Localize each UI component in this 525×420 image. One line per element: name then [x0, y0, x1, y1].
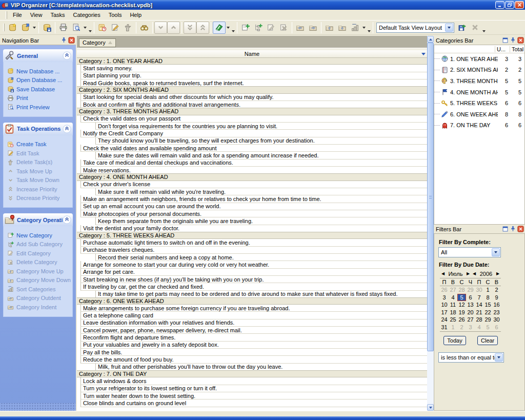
- category-outdent-button[interactable]: [294, 22, 307, 34]
- close-icon[interactable]: [517, 37, 524, 44]
- close-button[interactable]: [515, 1, 524, 9]
- menu-help[interactable]: Help: [126, 11, 146, 19]
- category-indent-button[interactable]: [307, 22, 319, 34]
- calendar-day[interactable]: 29: [466, 286, 475, 294]
- category-tree-item[interactable]: 3. THREE MONTHS AHEAD55: [434, 75, 524, 87]
- clear-button[interactable]: Clear: [477, 336, 498, 345]
- calendar-day[interactable]: 16: [492, 301, 501, 309]
- total-column-header[interactable]: Total: [510, 46, 524, 52]
- toolbar-overflow-icon[interactable]: [231, 22, 235, 33]
- toolbar-overflow-icon[interactable]: [367, 22, 371, 33]
- task-row[interactable]: Make photocopies of your personal docume…: [80, 210, 427, 217]
- print-preview-button[interactable]: [70, 22, 83, 34]
- calendar-day[interactable]: 2: [457, 324, 466, 331]
- calendar-day[interactable]: 13: [466, 301, 475, 309]
- calendar-day[interactable]: 4: [449, 294, 457, 302]
- task-row[interactable]: Purchase automatic light timers to switc…: [80, 239, 427, 246]
- subtask-row[interactable]: It may take time to get parts may need t…: [95, 291, 427, 298]
- nav-item-print[interactable]: Print: [7, 94, 71, 103]
- task-row[interactable]: Arrange for pet care.: [80, 269, 427, 276]
- task-row[interactable]: Turn your refrigerator to its lowest set…: [80, 385, 427, 392]
- calendar-day[interactable]: 30: [475, 286, 483, 294]
- task-row[interactable]: Cancel power, paper, phone, newspaper de…: [80, 327, 427, 334]
- grid-scrollbar[interactable]: [427, 36, 434, 411]
- edit-category-button[interactable]: [265, 22, 277, 34]
- category-tree-item[interactable]: 5. THREE WEEKS AHEAD66: [434, 97, 524, 109]
- chevron-down-icon[interactable]: [226, 22, 231, 33]
- category-row[interactable]: Category : 4. ONE MONTH AHEAD: [77, 173, 427, 181]
- calendar-day[interactable]: 2: [492, 286, 501, 294]
- pin-icon[interactable]: [60, 37, 67, 44]
- nav-section-header[interactable]: Task Operations: [3, 123, 73, 135]
- category-tree-item[interactable]: 1. ONE YEAR AHEAD33: [434, 53, 524, 65]
- unfinished-column-header[interactable]: U...: [495, 46, 510, 52]
- new-database-button[interactable]: [6, 22, 19, 34]
- task-row[interactable]: Get a telephone calling card: [80, 312, 427, 319]
- column-filter-icon[interactable]: [420, 51, 427, 57]
- toolbar-overflow-icon[interactable]: [88, 22, 92, 33]
- task-row[interactable]: Take care of medical and dental checkups…: [80, 159, 427, 167]
- scroll-down-icon[interactable]: [427, 404, 434, 411]
- calendar-day[interactable]: 14: [475, 301, 483, 309]
- calendar-day-selected[interactable]: 5: [457, 294, 466, 302]
- task-row[interactable]: Reduce the amount of food you buy.: [80, 356, 427, 363]
- nav-section-header[interactable]: Category Operati...: [3, 213, 73, 226]
- task-row[interactable]: Make an arrangement with neighbors, frie…: [80, 195, 427, 203]
- calendar-day[interactable]: 25: [449, 316, 457, 324]
- subtask-row[interactable]: They should know you'll be traveling, so…: [95, 137, 427, 145]
- task-row[interactable]: Leave destination information with your …: [80, 319, 427, 327]
- save-database-button[interactable]: [41, 22, 53, 34]
- next-month-icon[interactable]: ▶: [465, 271, 471, 276]
- category-row[interactable]: Category : 6. ONE WEEK AHEAD: [77, 297, 427, 305]
- category-tree-item[interactable]: 2. SIX MONTHS AHEAD22: [434, 65, 524, 76]
- find-task-button[interactable]: [138, 22, 151, 34]
- calendar-day[interactable]: 18: [449, 309, 457, 316]
- task-row[interactable]: Purchase travelers cheques.: [80, 247, 427, 254]
- calendar-day[interactable]: 23: [492, 309, 501, 316]
- calendar-day[interactable]: 9: [492, 294, 501, 302]
- delete-category-button[interactable]: [277, 22, 290, 34]
- new-category-button[interactable]: [239, 22, 252, 34]
- category-row[interactable]: Category : 5. THREE WEEKS AHEAD: [77, 232, 427, 239]
- calendar-day[interactable]: 6: [466, 294, 475, 302]
- category-move-down-button[interactable]: [336, 22, 349, 34]
- category-tree-item[interactable]: 7. ON THE DAY66: [434, 120, 524, 131]
- chevron-collapse-icon[interactable]: [63, 125, 71, 133]
- calendar-day[interactable]: 31: [440, 324, 449, 331]
- category-row[interactable]: Category : 1. ONE YEAR AHEAD: [77, 58, 427, 65]
- nav-item-create-task[interactable]: Create Task: [7, 140, 71, 149]
- calendar-day[interactable]: 3: [466, 324, 475, 331]
- calendar-day[interactable]: 26: [440, 286, 449, 294]
- scrollbar-track[interactable]: [427, 351, 434, 404]
- task-row[interactable]: Start saving money.: [80, 65, 427, 72]
- task-row[interactable]: Check the valid dates on your passport: [80, 115, 427, 123]
- filter-complete-select[interactable]: All: [438, 247, 501, 257]
- chevron-down-icon[interactable]: [361, 22, 367, 33]
- task-view-button[interactable]: [213, 22, 226, 34]
- calendar-day[interactable]: 20: [466, 309, 475, 316]
- prev-year-icon[interactable]: ◀: [471, 271, 477, 276]
- category-tree-item[interactable]: 6. ONE WEEK AHEAD88: [434, 109, 524, 120]
- pin-icon[interactable]: [509, 37, 516, 44]
- calendar-day[interactable]: 27: [466, 316, 475, 324]
- chevron-collapse-icon[interactable]: [63, 51, 71, 60]
- task-row[interactable]: Turn water heater down to the lowest set…: [80, 392, 427, 399]
- task-row[interactable]: Check your driver's license: [80, 181, 427, 188]
- nav-item-save-database[interactable]: Save Database: [7, 85, 71, 94]
- name-column-header[interactable]: Name: [77, 50, 427, 58]
- task-row[interactable]: Make arrangements to purchase some forei…: [80, 305, 427, 312]
- maximize-panel-icon[interactable]: [501, 226, 509, 233]
- chevron-down-icon[interactable]: [83, 22, 88, 33]
- subtask-row[interactable]: Make sure the dates will remain valid an…: [95, 152, 427, 159]
- create-task-button[interactable]: [96, 22, 109, 34]
- task-row[interactable]: Start breaking in new shoes (if any) you…: [80, 276, 427, 283]
- calendar-day[interactable]: 29: [483, 316, 492, 324]
- task-row[interactable]: Reconfirm flight and departure times.: [80, 334, 427, 341]
- calendar-day[interactable]: 17: [440, 309, 449, 316]
- nav-item-new-category[interactable]: New Category: [7, 231, 71, 240]
- calendar-day[interactable]: 1: [483, 286, 492, 294]
- scroll-up-icon[interactable]: [427, 36, 434, 43]
- calendar-day[interactable]: 1: [449, 324, 457, 331]
- calendar-day[interactable]: 3: [440, 294, 449, 302]
- close-icon[interactable]: [68, 37, 75, 44]
